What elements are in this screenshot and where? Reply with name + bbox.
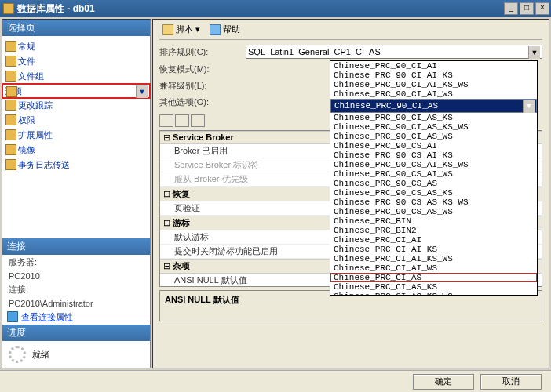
sidebar-item-1[interactable]: 文件 xyxy=(2,54,150,69)
sidebar-item-6[interactable]: 扩展属性 xyxy=(2,128,150,143)
close-button[interactable]: × xyxy=(535,2,549,15)
sidebar-item-8[interactable]: 事务日志传送 xyxy=(2,158,150,172)
other-label: 其他选项(O): xyxy=(159,96,246,108)
left-panel: 选择页 常规文件文件组选项更改跟踪权限扩展属性镜像事务日志传送 连接 服务器: … xyxy=(2,19,151,368)
dropdown-item[interactable]: Chinese_PRC_90_CS_AI_KS xyxy=(330,151,537,160)
sidebar-item-0[interactable]: 常规 xyxy=(2,39,150,54)
connection-header: 连接 xyxy=(2,238,150,255)
dialog-footer: 确定 取消 xyxy=(0,370,551,392)
db-icon xyxy=(3,3,14,14)
dropdown-item[interactable]: Chinese_PRC_90_CS_AS_KS xyxy=(330,188,537,198)
maximize-button[interactable]: □ xyxy=(520,2,534,15)
view-connection-link[interactable]: 查看连接属性 xyxy=(2,310,150,325)
dropdown-item[interactable]: Chinese_PRC_90_CS_AI xyxy=(330,141,537,151)
script-button[interactable]: 脚本 ▾ xyxy=(159,23,203,36)
progress-header: 进度 xyxy=(2,325,150,341)
dropdown-item[interactable]: Chinese_PRC_CI_AI xyxy=(330,235,537,245)
toolbar: 脚本 ▾ 帮助 xyxy=(159,23,542,40)
dropdown-item[interactable]: Chinese_PRC_90_CS_AS_WS xyxy=(330,207,537,216)
select-page-header: 选择页 xyxy=(2,20,150,36)
dropdown-item[interactable]: Chinese_PRC_90_CI_AS_KS_WS xyxy=(330,122,537,132)
sidebar-item-4[interactable]: 更改跟踪 xyxy=(2,98,150,113)
alpha-button[interactable] xyxy=(175,114,189,127)
nav-list: 常规文件文件组选项更改跟踪权限扩展属性镜像事务日志传送 xyxy=(2,36,150,176)
dropdown-item[interactable]: Chinese_PRC_CI_AS xyxy=(330,273,537,282)
spinner-icon xyxy=(9,346,26,363)
ok-button[interactable]: 确定 xyxy=(413,374,474,390)
dropdown-item[interactable]: Chinese_PRC_90_CI_AI_KS_WS xyxy=(330,80,537,89)
dropdown-item[interactable]: Chinese_PRC_CI_AI_WS xyxy=(330,263,537,273)
help-icon xyxy=(210,24,221,35)
dropdown-item[interactable]: Chinese_PRC_90_CI_AS_WS xyxy=(330,132,537,141)
dropdown-item[interactable]: Chinese_PRC_90_CS_AI_WS xyxy=(330,169,537,179)
title-bar: 数据库属性 - db01 _ □ × xyxy=(0,0,551,17)
sidebar-item-3[interactable]: 选项 xyxy=(2,84,150,98)
cancel-button[interactable]: 取消 xyxy=(480,374,542,390)
dropdown-item[interactable]: Chinese_PRC_CI_AS_KS_WS xyxy=(330,292,537,296)
prop-button[interactable] xyxy=(191,114,205,127)
help-button[interactable]: 帮助 xyxy=(206,23,243,36)
compat-label: 兼容级别(L): xyxy=(159,80,246,92)
sidebar-item-7[interactable]: 镜像 xyxy=(2,143,150,158)
minimize-button[interactable]: _ xyxy=(504,2,518,15)
categorize-button[interactable] xyxy=(159,114,173,127)
dropdown-item[interactable]: Chinese_PRC_90_CS_AS xyxy=(330,179,537,188)
recovery-label: 恢复模式(M): xyxy=(159,64,246,75)
right-panel: 脚本 ▾ 帮助 排序规则(C): SQL_Latin1_General_CP1_… xyxy=(152,19,549,368)
collation-label: 排序规则(C): xyxy=(159,46,246,58)
dropdown-item[interactable]: Chinese_PRC_CI_AS_KS xyxy=(330,282,537,292)
dropdown-item[interactable]: Chinese_PRC_CI_AI_KS_WS xyxy=(330,254,537,263)
script-icon xyxy=(162,24,173,35)
dropdown-item[interactable]: Chinese_PRC_90_CS_AI_KS_WS xyxy=(330,160,537,169)
conn-value: PC2010\Administrator xyxy=(2,297,150,310)
conn-label: 连接: xyxy=(2,282,150,297)
status-text: 就绪 xyxy=(32,349,49,361)
dropdown-item[interactable]: Chinese_PRC_BIN2 xyxy=(330,226,537,235)
collation-dropdown-list[interactable]: Chinese_PRC_90_CI_AIChinese_PRC_90_CI_AI… xyxy=(330,60,538,296)
dropdown-item[interactable]: Chinese_PRC_BIN xyxy=(330,216,537,226)
dropdown-item[interactable]: Chinese_PRC_CI_AI_KS xyxy=(330,245,537,254)
window-title: 数据库属性 - db01 xyxy=(17,2,504,16)
dropdown-item[interactable]: Chinese_PRC_90_CI_AS xyxy=(330,99,537,113)
server-label: 服务器: xyxy=(2,255,150,270)
server-value: PC2010 xyxy=(2,270,150,282)
collation-select[interactable]: SQL_Latin1_General_CP1_CI_AS xyxy=(246,45,542,59)
dropdown-item[interactable]: Chinese_PRC_90_CI_AI xyxy=(330,61,537,71)
dropdown-item[interactable]: Chinese_PRC_90_CI_AS_KS xyxy=(330,113,537,122)
sidebar-item-5[interactable]: 权限 xyxy=(2,113,150,128)
dropdown-item[interactable]: Chinese_PRC_90_CI_AI_WS xyxy=(330,89,537,99)
dropdown-item[interactable]: Chinese_PRC_90_CI_AI_KS xyxy=(330,71,537,80)
dropdown-item[interactable]: Chinese_PRC_90_CS_AS_KS_WS xyxy=(330,198,537,207)
sidebar-item-2[interactable]: 文件组 xyxy=(2,69,150,84)
